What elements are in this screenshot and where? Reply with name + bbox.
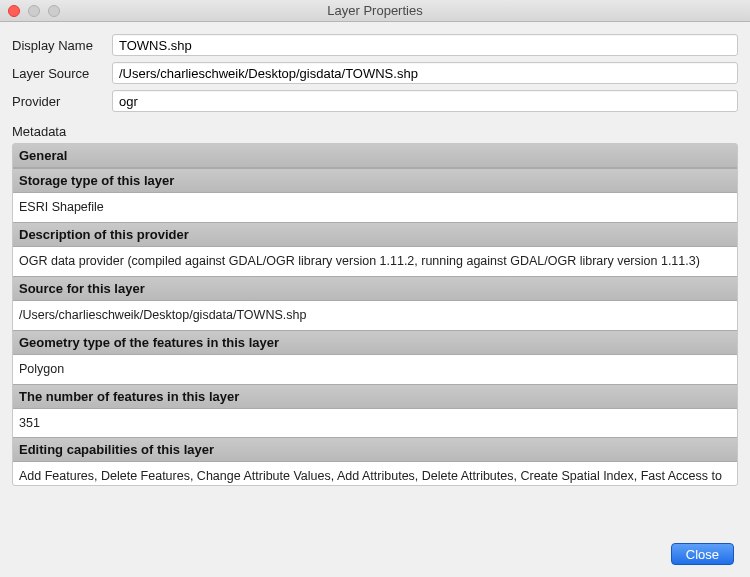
window-title: Layer Properties [0,3,750,18]
metadata-section-label: Metadata [12,124,738,139]
metadata-value: 351 [13,409,737,438]
provider-label: Provider [12,94,112,109]
metadata-header: Storage type of this layer [13,168,737,193]
dialog-content: Display Name Layer Source Provider Metad… [0,22,750,486]
window-controls [8,5,60,17]
close-window-icon[interactable] [8,5,20,17]
metadata-header: Source for this layer [13,276,737,301]
dialog-button-bar: Close [671,543,734,565]
layer-source-label: Layer Source [12,66,112,81]
metadata-value: Polygon [13,355,737,384]
provider-row: Provider [12,90,738,112]
metadata-header: General [13,144,737,168]
metadata-header: Geometry type of the features in this la… [13,330,737,355]
layer-source-row: Layer Source [12,62,738,84]
metadata-value: OGR data provider (compiled against GDAL… [13,247,737,276]
zoom-window-icon [48,5,60,17]
metadata-header: Editing capabilities of this layer [13,437,737,462]
metadata-panel: GeneralStorage type of this layerESRI Sh… [12,143,738,486]
display-name-label: Display Name [12,38,112,53]
metadata-value: ESRI Shapefile [13,193,737,222]
metadata-value: /Users/charlieschweik/Desktop/gisdata/TO… [13,301,737,330]
metadata-header: Description of this provider [13,222,737,247]
layer-source-input[interactable] [112,62,738,84]
metadata-header: The number of features in this layer [13,384,737,409]
display-name-row: Display Name [12,34,738,56]
metadata-value: Add Features, Delete Features, Change At… [13,462,737,485]
display-name-input[interactable] [112,34,738,56]
metadata-scroll[interactable]: GeneralStorage type of this layerESRI Sh… [13,144,737,485]
provider-input[interactable] [112,90,738,112]
minimize-window-icon [28,5,40,17]
window-titlebar: Layer Properties [0,0,750,22]
close-button[interactable]: Close [671,543,734,565]
